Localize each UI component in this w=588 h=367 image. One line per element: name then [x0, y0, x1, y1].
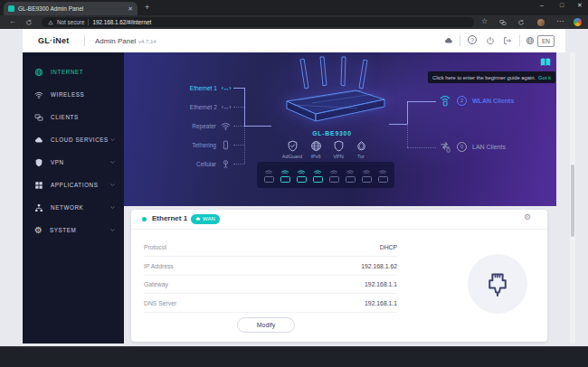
interface-repeater[interactable]: Repeater [129, 120, 231, 131]
sidebar-item-applications[interactable]: APPLICATIONS [23, 174, 124, 196]
table-row: Protocol DHCP [144, 238, 397, 257]
reboot-power-icon[interactable] [486, 36, 495, 45]
url-bar[interactable]: Not secure 192.168.1.62/#/internet [42, 17, 474, 27]
table-row: DNS Server 192.168.1.1 [144, 294, 397, 313]
lan-clients-icon [439, 140, 451, 153]
interface-label: Cellular [196, 161, 216, 167]
modify-button[interactable]: Modify [237, 317, 295, 333]
connector-line [233, 145, 244, 146]
feature-tor: Tor [346, 140, 376, 159]
sidebar-item-clients[interactable]: CLIENTS [23, 106, 124, 128]
window-close-button[interactable]: ✕ [574, 2, 586, 9]
interface-cellular[interactable]: Cellular [129, 158, 231, 169]
tor-onion-icon [356, 140, 367, 152]
row-label: DNS Server [144, 300, 176, 306]
beginner-guide-tooltip: Click here to enter the beginner guide a… [428, 71, 555, 83]
connector-line [407, 147, 436, 148]
page-scrollbar-thumb[interactable] [571, 165, 574, 237]
card-settings-gear-icon[interactable]: ⚙ [524, 213, 531, 221]
sidebar-item-cloud-services[interactable]: CLOUD SERVICES [23, 128, 124, 151]
network-hierarchy-icon [34, 203, 43, 212]
beginner-guide-book-icon[interactable] [538, 56, 553, 69]
admin-header: GL·iNet Admin Panel v4.7.14 ? EN [23, 29, 565, 52]
interface-ethernet1[interactable]: Ethernet 1 ‹↔› [129, 82, 231, 93]
cloud-icon[interactable] [444, 36, 453, 45]
wifi-icon [221, 121, 231, 131]
wifi-icon [34, 90, 43, 99]
help-icon[interactable]: ? [468, 35, 477, 44]
sidebar-item-label: CLIENTS [51, 114, 79, 120]
language-globe-icon[interactable] [526, 36, 535, 45]
browser-tab[interactable]: GL-BE9300 Admin Panel ✕ [4, 2, 138, 15]
interface-ethernet2[interactable]: Ethernet 2 ‹↔› [129, 101, 231, 112]
back-button[interactable]: ← [9, 18, 16, 25]
wifi-band-icon [362, 168, 372, 183]
connector-line [233, 164, 244, 165]
ethernet-plug-badge [468, 254, 527, 314]
ethernet-port-icon: ‹↔› [222, 104, 231, 110]
tooltip-got-it-button[interactable]: Got it [538, 75, 551, 80]
windows-taskbar: Search 17:44 30/07/2025 [0, 346, 588, 367]
wifi-band-icon [329, 168, 339, 183]
cloud-icon [34, 136, 43, 145]
table-row: Gateway 192.168.1.1 [144, 275, 397, 294]
card-divider [131, 229, 547, 230]
sidebar-item-label: INTERNET [51, 69, 83, 75]
row-label: Gateway [144, 281, 168, 287]
language-selector[interactable]: EN [537, 35, 555, 47]
profile-avatar[interactable] [537, 19, 545, 26]
cloud-icon [195, 216, 201, 221]
security-label: Not secure [57, 19, 84, 25]
wifi-band-icon [346, 168, 356, 183]
sidebar-item-label: CLOUD SERVICES [51, 136, 109, 143]
window-maximize-button[interactable]: □ [555, 2, 568, 8]
window-minimize-button[interactable]: – [536, 2, 548, 8]
copilot-icon[interactable] [574, 18, 582, 26]
router-illustration [267, 52, 397, 132]
connector-line [244, 126, 245, 164]
sidebar-item-label: NETWORK [51, 204, 83, 211]
cellular-antenna-icon [221, 159, 231, 169]
chevron-down-icon [109, 182, 116, 188]
sidebar-item-network[interactable]: NETWORK [23, 196, 124, 219]
refresh-icon[interactable] [25, 19, 33, 26]
wifi-band-icon [313, 168, 323, 183]
connector-line [407, 101, 436, 102]
interface-label: Tethering [192, 142, 216, 148]
sidebar-item-label: WIRELESS [51, 91, 84, 98]
sidebar-item-system[interactable]: ⚙ SYSTEM [23, 219, 124, 241]
connector-line [407, 101, 408, 124]
sidebar-item-wireless[interactable]: WIRELESS [23, 83, 124, 106]
connector-line [244, 88, 245, 126]
connector-line [233, 88, 244, 89]
split-screen-icon[interactable] [499, 19, 507, 26]
interface-label: Repeater [192, 123, 216, 129]
browser-menu-icon[interactable]: ⋯ [556, 18, 564, 25]
wlan-clients[interactable]: 2 WLAN Clients [439, 94, 514, 107]
interface-tethering[interactable]: Tethering [129, 139, 231, 150]
not-secure-warning-icon [48, 20, 53, 25]
lan-clients[interactable]: 0 LAN Clients [439, 140, 506, 153]
sidebar-item-vpn[interactable]: VPN [23, 151, 124, 174]
connector-line [233, 107, 244, 108]
url-text: 192.168.1.62/#/internet [92, 19, 151, 25]
chevron-down-icon [109, 159, 116, 165]
clients-monitors-icon [34, 113, 43, 122]
close-tab-icon[interactable]: ✕ [128, 5, 133, 12]
header-divider [460, 35, 460, 46]
wan-badge: WAN [191, 214, 220, 224]
logout-icon[interactable] [503, 36, 512, 45]
sidebar-item-internet[interactable]: INTERNET [23, 61, 124, 83]
row-label: Protocol [144, 244, 166, 250]
tab-title: GL-BE9300 Admin Panel [18, 5, 124, 12]
bookmark-star-icon[interactable]: ☆ [481, 18, 488, 25]
history-icon[interactable] [517, 19, 525, 26]
sidebar-item-label: SYSTEM [50, 227, 77, 233]
feature-label: Tor [357, 154, 365, 159]
new-tab-button[interactable]: + [145, 4, 149, 12]
interface-label: Ethernet 1 [190, 85, 217, 91]
wifi-band-icon [280, 168, 290, 183]
wifi-band-strip [257, 162, 394, 188]
table-row: IP Address 192.168.1.62 [144, 257, 397, 276]
chevron-down-icon [109, 227, 116, 233]
